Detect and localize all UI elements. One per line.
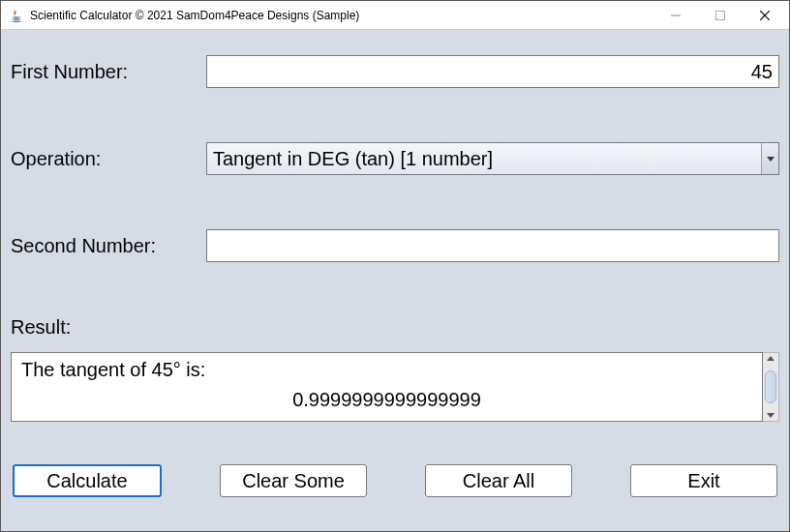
second-number-label: Second Number:	[11, 235, 206, 257]
operation-row: Operation: Tangent in DEG (tan) [1 numbe…	[11, 142, 779, 175]
close-button[interactable]	[743, 1, 787, 30]
svg-rect-2	[716, 11, 725, 19]
first-number-label: First Number:	[11, 61, 206, 83]
exit-button[interactable]: Exit	[630, 464, 777, 497]
operation-selected-text: Tangent in DEG (tan) [1 number]	[213, 148, 493, 170]
operation-select[interactable]: Tangent in DEG (tan) [1 number]	[206, 142, 779, 175]
scroll-down-icon	[767, 413, 775, 418]
button-row: Calculate Clear Some Clear All Exit	[11, 464, 779, 497]
result-text-line2: 0.9999999999999999	[21, 389, 752, 411]
minimize-button[interactable]	[653, 1, 698, 30]
result-area: The tangent of 45° is: 0.999999999999999…	[11, 352, 779, 422]
operation-label: Operation:	[11, 148, 206, 170]
result-label: Result:	[11, 316, 779, 339]
calculate-button[interactable]: Calculate	[13, 464, 162, 497]
titlebar: Scientific Calculator © 2021 SamDom4Peac…	[1, 1, 789, 30]
clear-some-button[interactable]: Clear Some	[220, 464, 367, 497]
java-icon	[9, 8, 24, 23]
second-number-input[interactable]	[206, 229, 779, 262]
first-number-row: First Number:	[11, 55, 779, 88]
window-title: Scientific Calculator © 2021 SamDom4Peac…	[30, 9, 359, 22]
second-number-row: Second Number:	[11, 229, 779, 262]
clear-all-button[interactable]: Clear All	[425, 464, 572, 497]
svg-point-0	[12, 20, 21, 22]
result-text-line1: The tangent of 45° is:	[21, 359, 752, 381]
result-scrollbar[interactable]	[763, 352, 779, 422]
chevron-down-icon	[761, 143, 778, 174]
scroll-thumb[interactable]	[765, 370, 776, 403]
app-window: Scientific Calculator © 2021 SamDom4Peac…	[0, 0, 790, 532]
scroll-up-icon	[767, 356, 775, 361]
first-number-input[interactable]	[206, 55, 779, 88]
content-area: First Number: Operation: Tangent in DEG …	[1, 30, 789, 531]
maximize-button[interactable]	[698, 1, 743, 30]
result-textarea[interactable]: The tangent of 45° is: 0.999999999999999…	[11, 352, 763, 422]
